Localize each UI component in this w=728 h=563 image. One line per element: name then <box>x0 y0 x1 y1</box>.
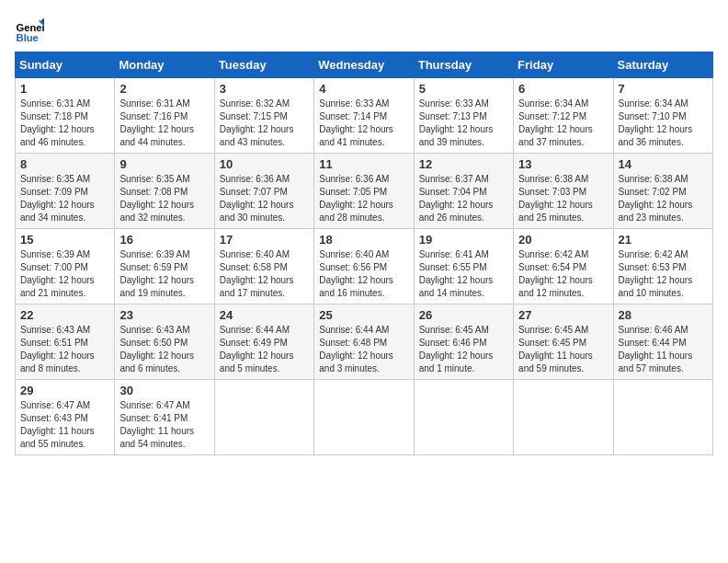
calendar-cell: 2Sunrise: 6:31 AMSunset: 7:16 PMDaylight… <box>115 78 214 154</box>
day-number: 5 <box>419 82 508 96</box>
calendar-cell: 30Sunrise: 6:47 AMSunset: 6:41 PMDayligh… <box>115 380 214 455</box>
day-number: 22 <box>20 308 109 322</box>
svg-text:General: General <box>17 22 44 33</box>
calendar-cell: 17Sunrise: 6:40 AMSunset: 6:58 PMDayligh… <box>214 229 313 304</box>
day-info: Sunrise: 6:36 AMSunset: 7:05 PMDaylight:… <box>319 173 408 224</box>
calendar-week-1: 1Sunrise: 6:31 AMSunset: 7:18 PMDaylight… <box>16 78 713 154</box>
day-info: Sunrise: 6:41 AMSunset: 6:55 PMDaylight:… <box>419 248 508 300</box>
day-info: Sunrise: 6:31 AMSunset: 7:16 PMDaylight:… <box>119 98 209 149</box>
day-number: 14 <box>619 157 708 171</box>
calendar-cell: 3Sunrise: 6:32 AMSunset: 7:15 PMDaylight… <box>214 78 313 154</box>
calendar-cell: 6Sunrise: 6:34 AMSunset: 7:12 PMDaylight… <box>514 78 613 154</box>
calendar-cell: 24Sunrise: 6:44 AMSunset: 6:49 PMDayligh… <box>214 304 313 380</box>
day-info: Sunrise: 6:40 AMSunset: 6:56 PMDaylight:… <box>319 248 408 300</box>
day-number: 25 <box>319 308 408 322</box>
day-number: 15 <box>20 233 109 247</box>
day-number: 8 <box>20 157 109 171</box>
page-header: General Blue <box>15 15 713 44</box>
calendar-cell: 10Sunrise: 6:36 AMSunset: 7:07 PMDayligh… <box>214 154 313 229</box>
calendar-cell: 7Sunrise: 6:34 AMSunset: 7:10 PMDaylight… <box>613 78 712 154</box>
day-header-wednesday: Wednesday <box>314 52 414 78</box>
day-info: Sunrise: 6:34 AMSunset: 7:12 PMDaylight:… <box>518 98 608 149</box>
day-header-friday: Friday <box>514 52 613 78</box>
calendar-cell: 5Sunrise: 6:33 AMSunset: 7:13 PMDaylight… <box>414 78 513 154</box>
calendar-cell: 22Sunrise: 6:43 AMSunset: 6:51 PMDayligh… <box>16 304 115 380</box>
day-number: 6 <box>518 82 608 96</box>
calendar-cell <box>414 380 513 455</box>
day-info: Sunrise: 6:35 AMSunset: 7:08 PMDaylight:… <box>119 173 209 224</box>
day-info: Sunrise: 6:44 AMSunset: 6:48 PMDaylight:… <box>319 324 408 375</box>
day-info: Sunrise: 6:45 AMSunset: 6:45 PMDaylight:… <box>518 324 608 375</box>
calendar-cell: 28Sunrise: 6:46 AMSunset: 6:44 PMDayligh… <box>613 304 712 380</box>
day-info: Sunrise: 6:45 AMSunset: 6:46 PMDaylight:… <box>419 324 508 375</box>
day-info: Sunrise: 6:38 AMSunset: 7:03 PMDaylight:… <box>518 173 608 224</box>
day-number: 17 <box>220 233 309 247</box>
day-info: Sunrise: 6:42 AMSunset: 6:54 PMDaylight:… <box>518 248 608 300</box>
day-number: 27 <box>518 308 608 322</box>
calendar-week-5: 29Sunrise: 6:47 AMSunset: 6:43 PMDayligh… <box>16 380 713 455</box>
calendar-cell: 13Sunrise: 6:38 AMSunset: 7:03 PMDayligh… <box>514 154 613 229</box>
day-info: Sunrise: 6:33 AMSunset: 7:13 PMDaylight:… <box>419 98 508 149</box>
day-number: 29 <box>20 384 109 397</box>
day-number: 30 <box>119 384 209 397</box>
calendar-header-row: SundayMondayTuesdayWednesdayThursdayFrid… <box>16 52 713 78</box>
day-number: 18 <box>319 233 408 247</box>
day-info: Sunrise: 6:42 AMSunset: 6:53 PMDaylight:… <box>619 248 708 300</box>
calendar-cell <box>214 380 313 455</box>
day-header-saturday: Saturday <box>613 52 712 78</box>
day-number: 13 <box>518 157 608 171</box>
day-info: Sunrise: 6:36 AMSunset: 7:07 PMDaylight:… <box>220 173 309 224</box>
day-info: Sunrise: 6:47 AMSunset: 6:41 PMDaylight:… <box>119 399 209 451</box>
day-header-monday: Monday <box>115 52 214 78</box>
calendar-cell <box>314 380 414 455</box>
day-info: Sunrise: 6:40 AMSunset: 6:58 PMDaylight:… <box>220 248 309 300</box>
day-number: 4 <box>319 82 408 96</box>
calendar-cell: 15Sunrise: 6:39 AMSunset: 7:00 PMDayligh… <box>16 229 115 304</box>
day-number: 12 <box>419 157 508 171</box>
day-number: 10 <box>220 157 309 171</box>
day-info: Sunrise: 6:43 AMSunset: 6:50 PMDaylight:… <box>119 324 209 375</box>
day-info: Sunrise: 6:46 AMSunset: 6:44 PMDaylight:… <box>619 324 708 375</box>
svg-text:Blue: Blue <box>17 32 39 43</box>
day-number: 16 <box>119 233 209 247</box>
day-number: 7 <box>619 82 708 96</box>
calendar-cell: 9Sunrise: 6:35 AMSunset: 7:08 PMDaylight… <box>115 154 214 229</box>
calendar-cell <box>514 380 613 455</box>
calendar-week-2: 8Sunrise: 6:35 AMSunset: 7:09 PMDaylight… <box>16 154 713 229</box>
day-info: Sunrise: 6:39 AMSunset: 7:00 PMDaylight:… <box>20 248 109 300</box>
day-info: Sunrise: 6:37 AMSunset: 7:04 PMDaylight:… <box>419 173 508 224</box>
calendar-cell: 18Sunrise: 6:40 AMSunset: 6:56 PMDayligh… <box>314 229 414 304</box>
day-header-thursday: Thursday <box>414 52 513 78</box>
calendar-cell: 8Sunrise: 6:35 AMSunset: 7:09 PMDaylight… <box>16 154 115 229</box>
calendar-cell: 11Sunrise: 6:36 AMSunset: 7:05 PMDayligh… <box>314 154 414 229</box>
day-info: Sunrise: 6:31 AMSunset: 7:18 PMDaylight:… <box>20 98 109 149</box>
day-number: 3 <box>220 82 309 96</box>
calendar-cell: 14Sunrise: 6:38 AMSunset: 7:02 PMDayligh… <box>613 154 712 229</box>
day-header-tuesday: Tuesday <box>214 52 313 78</box>
day-info: Sunrise: 6:34 AMSunset: 7:10 PMDaylight:… <box>619 98 708 149</box>
calendar-week-3: 15Sunrise: 6:39 AMSunset: 7:00 PMDayligh… <box>16 229 713 304</box>
day-info: Sunrise: 6:35 AMSunset: 7:09 PMDaylight:… <box>20 173 109 224</box>
day-info: Sunrise: 6:47 AMSunset: 6:43 PMDaylight:… <box>20 399 109 451</box>
calendar-cell <box>613 380 712 455</box>
logo-icon: General Blue <box>15 15 44 44</box>
calendar-cell: 1Sunrise: 6:31 AMSunset: 7:18 PMDaylight… <box>16 78 115 154</box>
logo: General Blue <box>15 15 48 44</box>
calendar-week-4: 22Sunrise: 6:43 AMSunset: 6:51 PMDayligh… <box>16 304 713 380</box>
day-number: 1 <box>20 82 109 96</box>
day-number: 9 <box>119 157 209 171</box>
calendar-cell: 25Sunrise: 6:44 AMSunset: 6:48 PMDayligh… <box>314 304 414 380</box>
day-number: 19 <box>419 233 508 247</box>
day-number: 26 <box>419 308 508 322</box>
calendar-cell: 21Sunrise: 6:42 AMSunset: 6:53 PMDayligh… <box>613 229 712 304</box>
day-number: 21 <box>619 233 708 247</box>
calendar: SundayMondayTuesdayWednesdayThursdayFrid… <box>15 52 713 455</box>
calendar-cell: 12Sunrise: 6:37 AMSunset: 7:04 PMDayligh… <box>414 154 513 229</box>
calendar-cell: 23Sunrise: 6:43 AMSunset: 6:50 PMDayligh… <box>115 304 214 380</box>
day-info: Sunrise: 6:44 AMSunset: 6:49 PMDaylight:… <box>220 324 309 375</box>
calendar-cell: 16Sunrise: 6:39 AMSunset: 6:59 PMDayligh… <box>115 229 214 304</box>
day-info: Sunrise: 6:33 AMSunset: 7:14 PMDaylight:… <box>319 98 408 149</box>
day-number: 28 <box>619 308 708 322</box>
day-info: Sunrise: 6:39 AMSunset: 6:59 PMDaylight:… <box>119 248 209 300</box>
day-number: 11 <box>319 157 408 171</box>
